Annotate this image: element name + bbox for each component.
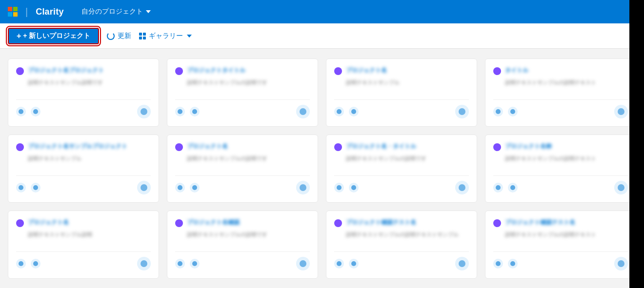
settings-icon[interactable] xyxy=(137,257,151,270)
project-card-2[interactable]: プロジェクトタイトル 説明テキストサンプルの説明です xyxy=(167,58,318,127)
recording-icon[interactable] xyxy=(508,259,518,269)
project-icon xyxy=(334,219,342,227)
project-dropdown[interactable]: 自分のプロジェクト xyxy=(81,7,151,16)
project-icon xyxy=(175,219,183,227)
heatmap-icon[interactable] xyxy=(175,259,185,269)
card-subtitle: 説明テキストサンプルの説明です xyxy=(346,155,469,162)
project-card-7[interactable]: プロジェクト名・タイトル 説明テキストサンプルの説明です xyxy=(326,134,477,203)
card-title: プロジェクト名サンプルプロジェクト xyxy=(28,143,127,151)
card-footer xyxy=(16,175,151,194)
refresh-button[interactable]: 更新 xyxy=(107,32,131,40)
settings-icon[interactable] xyxy=(296,257,310,270)
card-header: プロジェクト確認テスト名 xyxy=(334,219,469,227)
card-header: プロジェクト確認テスト名 xyxy=(493,219,628,227)
project-card-3[interactable]: プロジェクト名 説明テキストサンプル xyxy=(326,58,477,127)
card-footer-actions xyxy=(334,107,359,116)
card-footer-actions xyxy=(334,183,359,192)
card-footer-actions xyxy=(493,183,518,192)
settings-icon[interactable] xyxy=(455,105,469,118)
recording-icon[interactable] xyxy=(31,259,40,269)
heatmap-icon[interactable] xyxy=(493,259,503,269)
gallery-label: ギャラリー xyxy=(149,32,183,40)
card-title: プロジェクト名 xyxy=(28,219,69,227)
heatmap-icon[interactable] xyxy=(334,107,344,116)
settings-icon[interactable] xyxy=(614,105,628,118)
heatmap-icon[interactable] xyxy=(175,107,185,116)
card-title: プロジェクト確認テスト名 xyxy=(346,219,416,227)
card-header: プロジェクトタイトル xyxy=(175,67,310,75)
project-card-8[interactable]: プロジェクト名称 説明テキストサンプルの説明テキスト xyxy=(485,134,636,203)
refresh-label: 更新 xyxy=(118,32,131,40)
project-card-10[interactable]: プロジェクト名確認 説明テキストサンプルの説明です xyxy=(167,211,318,279)
nav-divider: | xyxy=(25,6,28,18)
card-footer-actions xyxy=(175,259,200,269)
recording-icon[interactable] xyxy=(190,259,200,269)
card-subtitle: 説明テキストサンプルの説明です xyxy=(187,231,310,238)
card-subtitle: 説明テキストサンプルの説明テキストサンプル xyxy=(346,231,469,238)
gallery-button[interactable]: ギャラリー xyxy=(139,32,192,40)
toolbar: + + 新しいプロジェクト 更新 ギャラリー xyxy=(0,23,644,49)
project-card-1[interactable]: プロジェクト名プロジェクト 説明テキストサンプル説明です xyxy=(8,58,159,127)
card-title: プロジェクト名称 xyxy=(505,143,552,151)
card-footer-actions xyxy=(175,107,200,116)
recording-icon[interactable] xyxy=(190,107,200,116)
new-project-button[interactable]: + + 新しいプロジェクト xyxy=(8,28,99,44)
card-footer xyxy=(334,99,469,118)
settings-icon[interactable] xyxy=(137,181,151,194)
project-card-6[interactable]: プロジェクト名 説明テキストサンプルの説明です xyxy=(167,134,318,203)
recording-icon[interactable] xyxy=(31,107,40,116)
settings-icon[interactable] xyxy=(614,181,628,194)
card-footer xyxy=(175,251,310,270)
card-footer-actions xyxy=(493,259,518,269)
card-subtitle: 説明テキストサンプル説明 xyxy=(28,231,151,238)
heatmap-icon[interactable] xyxy=(16,183,26,192)
card-header: タイトル xyxy=(493,67,628,75)
recording-icon[interactable] xyxy=(349,259,359,269)
gallery-chevron-icon xyxy=(187,35,192,38)
project-icon xyxy=(16,143,24,151)
recording-icon[interactable] xyxy=(31,183,40,192)
recording-icon[interactable] xyxy=(190,183,200,192)
card-footer xyxy=(493,175,628,194)
project-card-4[interactable]: タイトル 説明テキストサンプルの説明テキスト xyxy=(485,58,636,127)
black-bar xyxy=(629,0,644,288)
heatmap-icon[interactable] xyxy=(175,183,185,192)
card-footer-actions xyxy=(16,259,40,269)
card-footer-actions xyxy=(16,183,40,192)
project-dropdown-label: 自分のプロジェクト xyxy=(81,7,143,16)
project-card-5[interactable]: プロジェクト名サンプルプロジェクト 説明テキストサンプル xyxy=(8,134,159,203)
settings-icon[interactable] xyxy=(614,257,628,270)
card-header: プロジェクト名サンプルプロジェクト xyxy=(16,143,151,151)
heatmap-icon[interactable] xyxy=(334,259,344,269)
app-title: Clarity xyxy=(36,7,63,17)
project-card-9[interactable]: プロジェクト名 説明テキストサンプル説明 xyxy=(8,211,159,279)
heatmap-icon[interactable] xyxy=(16,107,26,116)
settings-icon[interactable] xyxy=(296,181,310,194)
heatmap-icon[interactable] xyxy=(334,183,344,192)
heatmap-icon[interactable] xyxy=(16,259,26,269)
recording-icon[interactable] xyxy=(349,107,359,116)
refresh-icon xyxy=(107,32,115,40)
settings-icon[interactable] xyxy=(455,181,469,194)
recording-icon[interactable] xyxy=(508,107,518,116)
recording-icon[interactable] xyxy=(349,183,359,192)
card-header: プロジェクト名 xyxy=(16,219,151,227)
plus-icon: + xyxy=(17,32,21,40)
card-footer xyxy=(16,251,151,270)
card-footer xyxy=(334,251,469,270)
project-card-11[interactable]: プロジェクト確認テスト名 説明テキストサンプルの説明テキストサンプル xyxy=(326,211,477,279)
project-icon xyxy=(16,219,24,227)
heatmap-icon[interactable] xyxy=(493,107,503,116)
settings-icon[interactable] xyxy=(296,105,310,118)
card-footer xyxy=(334,175,469,194)
card-footer xyxy=(175,175,310,194)
card-subtitle: 説明テキストサンプルの説明です xyxy=(187,155,310,162)
recording-icon[interactable] xyxy=(508,183,518,192)
settings-icon[interactable] xyxy=(455,257,469,270)
card-header: プロジェクト名 xyxy=(175,143,310,151)
heatmap-icon[interactable] xyxy=(493,183,503,192)
ms-logo xyxy=(8,7,18,17)
settings-icon[interactable] xyxy=(137,105,151,118)
card-title: プロジェクト名 xyxy=(187,143,228,151)
project-card-12[interactable]: プロジェクト確認テスト名 説明テキストサンプルの説明テキスト xyxy=(485,211,636,279)
